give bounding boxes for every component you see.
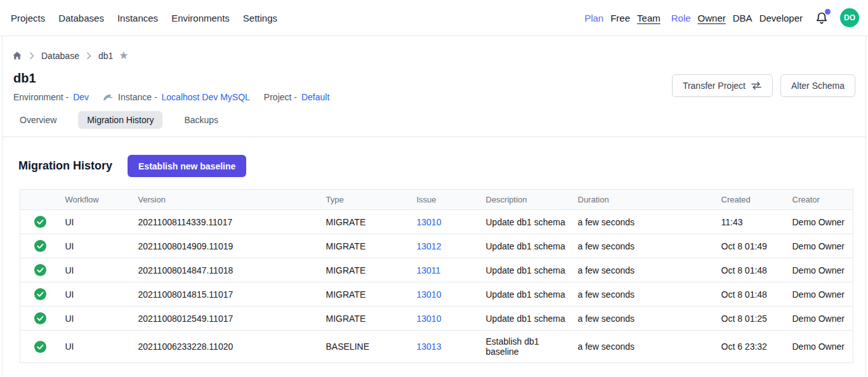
plan-option-free[interactable]: Free: [610, 13, 630, 23]
primary-nav: Projects Databases Instances Environment…: [11, 13, 277, 23]
table-row[interactable]: UI 20211008014847.11018 MIGRATE 13011 Up…: [20, 258, 853, 282]
top-navbar: Projects Databases Instances Environment…: [0, 0, 868, 36]
cell-workflow: UI: [60, 234, 133, 258]
cell-version: 20211006233228.11020: [133, 331, 321, 363]
avatar[interactable]: DO: [840, 8, 859, 27]
notification-bell-icon[interactable]: [815, 10, 830, 25]
alter-schema-button[interactable]: Alter Schema: [780, 74, 855, 97]
cell-workflow: UI: [60, 258, 133, 282]
cell-created: Oct 8 01:49: [716, 234, 787, 258]
cell-description: Update db1 schema: [481, 307, 573, 331]
notification-dot: [825, 9, 831, 15]
database-tabs: Overview Migration History Backups: [3, 102, 865, 137]
favorite-star-icon[interactable]: ★: [119, 50, 128, 61]
account-area: Plan Free Team Role Owner DBA Developer …: [584, 8, 859, 27]
role-option-dba[interactable]: DBA: [733, 13, 753, 23]
cell-creator: Demo Owner: [787, 307, 853, 331]
cell-duration: a few seconds: [573, 210, 716, 234]
cell-version: 20211008014847.11018: [133, 258, 321, 282]
nav-item-settings[interactable]: Settings: [243, 13, 277, 23]
table-header-row: Workflow Version Type Issue Description …: [20, 190, 853, 210]
cell-workflow: UI: [60, 331, 133, 363]
issue-link[interactable]: 13010: [417, 217, 442, 227]
cell-workflow: UI: [60, 307, 133, 331]
col-workflow: Workflow: [60, 190, 133, 210]
cell-description: Update db1 schema: [481, 282, 573, 307]
table-row[interactable]: UI 20211008114339.11017 MIGRATE 13010 Up…: [20, 210, 853, 234]
issue-link[interactable]: 13011: [417, 265, 441, 275]
breadcrumb: Database db1 ★: [3, 36, 865, 61]
col-version: Version: [133, 190, 321, 210]
project-label: Project -: [264, 92, 297, 102]
issue-link[interactable]: 13010: [417, 314, 442, 324]
section-heading: Migration History: [18, 159, 112, 173]
chevron-right-icon: [29, 52, 34, 60]
success-status-icon: [34, 240, 46, 252]
cell-type: MIGRATE: [321, 282, 412, 307]
table-row[interactable]: UI 20211008014909.11019 MIGRATE 13012 Up…: [20, 234, 853, 258]
chevron-right-icon: [86, 52, 91, 60]
cell-workflow: UI: [60, 282, 133, 307]
breadcrumb-current: db1: [98, 51, 113, 61]
cell-description: Update db1 schema: [481, 258, 573, 282]
success-status-icon: [34, 264, 46, 276]
nav-item-environments[interactable]: Environments: [171, 13, 230, 23]
nav-item-databases[interactable]: Databases: [58, 13, 104, 23]
col-duration: Duration: [573, 190, 716, 210]
transfer-project-button[interactable]: Transfer Project: [672, 74, 773, 97]
table-row[interactable]: UI 20211006233228.11020 BASELINE 13013 E…: [20, 331, 853, 363]
plan-option-team[interactable]: Team: [637, 13, 661, 23]
tab-backups[interactable]: Backups: [184, 111, 218, 129]
cell-type: MIGRATE: [321, 258, 412, 282]
cell-creator: Demo Owner: [787, 331, 853, 363]
cell-type: MIGRATE: [321, 210, 412, 234]
table-row[interactable]: UI 20211008012549.11017 MIGRATE 13010 Up…: [20, 307, 853, 331]
tab-migration-history[interactable]: Migration History: [78, 111, 162, 129]
tab-overview[interactable]: Overview: [20, 111, 56, 129]
home-icon[interactable]: [12, 51, 22, 61]
environment-link[interactable]: Dev: [73, 92, 89, 102]
cell-version: 20211008012549.11017: [133, 307, 321, 331]
breadcrumb-database[interactable]: Database: [41, 51, 79, 61]
cell-creator: Demo Owner: [787, 234, 853, 258]
cell-description: Update db1 schema: [481, 234, 573, 258]
instance-link[interactable]: Localhost Dev MySQL: [162, 92, 250, 102]
cell-type: MIGRATE: [321, 307, 412, 331]
nav-item-instances[interactable]: Instances: [117, 13, 158, 23]
role-option-developer[interactable]: Developer: [760, 13, 803, 23]
migration-history-table: Workflow Version Type Issue Description …: [20, 189, 853, 363]
transfer-arrows-icon: [751, 81, 762, 91]
cell-creator: Demo Owner: [787, 258, 853, 282]
success-status-icon: [34, 312, 46, 324]
main-content: Database db1 ★ db1 Environment - Dev Ins…: [2, 36, 866, 377]
header-actions: Transfer Project Alter Schema: [672, 74, 855, 97]
cell-type: BASELINE: [321, 331, 412, 363]
cell-created: Oct 6 23:32: [716, 331, 787, 363]
col-type: Type: [321, 190, 412, 210]
cell-created: Oct 8 01:48: [716, 258, 787, 282]
table-row[interactable]: UI 20211008014815.11017 MIGRATE 13010 Up…: [20, 282, 853, 307]
col-creator: Creator: [787, 190, 853, 210]
establish-new-baseline-button[interactable]: Establish new baseline: [128, 155, 246, 177]
plan-label: Plan: [584, 13, 603, 23]
role-option-owner[interactable]: Owner: [698, 13, 726, 23]
cell-description: Update db1 schema: [481, 210, 573, 234]
cell-duration: a few seconds: [573, 282, 716, 307]
issue-link[interactable]: 13012: [417, 241, 442, 251]
cell-duration: a few seconds: [573, 331, 716, 363]
cell-created: Oct 8 01:25: [716, 307, 787, 331]
mysql-dolphin-icon: [103, 93, 114, 102]
cell-version: 20211008014815.11017: [133, 282, 321, 307]
issue-link[interactable]: 13013: [417, 341, 442, 352]
cell-duration: a few seconds: [573, 258, 716, 282]
cell-version: 20211008014909.11019: [133, 234, 321, 258]
cell-version: 20211008114339.11017: [133, 210, 321, 234]
col-status: [20, 190, 60, 210]
col-created: Created: [716, 190, 787, 210]
project-link[interactable]: Default: [301, 92, 329, 102]
issue-link[interactable]: 13010: [417, 289, 442, 300]
success-status-icon: [34, 216, 46, 228]
nav-item-projects[interactable]: Projects: [11, 13, 45, 23]
cell-creator: Demo Owner: [787, 282, 853, 307]
cell-description: Establish db1 baseline: [481, 331, 573, 363]
